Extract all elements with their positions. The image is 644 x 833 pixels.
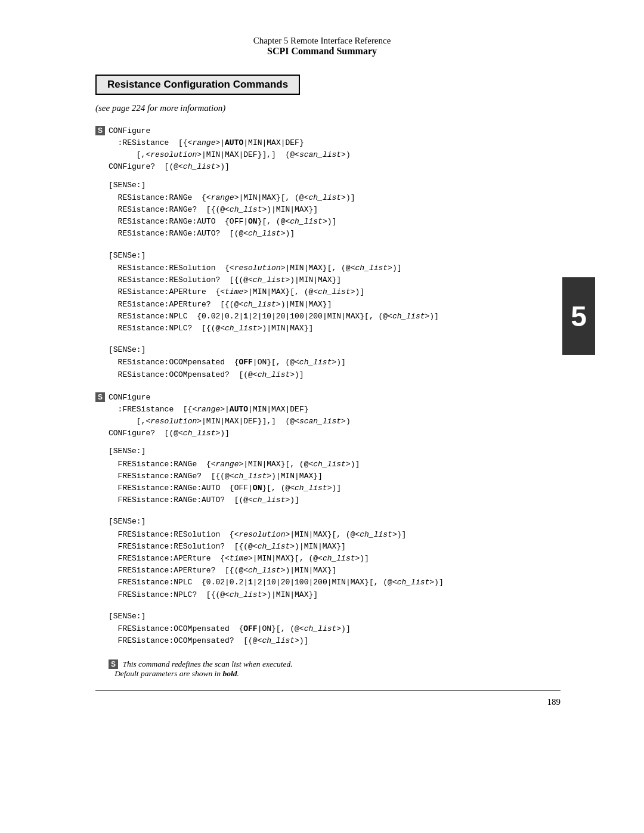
cmd-range1-auto-q: RESistance:RANGe:AUTO? [(@<ch_list>)] (109, 228, 561, 240)
content-area: S CONFigure :RESistance [{<range>|AUTO|M… (95, 125, 561, 679)
cmd-faper1: FRESistance:APERture {<time>|MIN|MAX}[, … (109, 553, 561, 565)
configure-section-1: S CONFigure :RESistance [{<range>|AUTO|M… (95, 125, 561, 174)
cmd-resolution: [,<resolution>|MIN|MAX|DEF}],] (@<scan_l… (109, 149, 351, 161)
cmd-configure2: CONFigure (109, 392, 351, 404)
cmd-fres1-q: FRESistance:RESolution? [{(@<ch_list>)|M… (109, 541, 561, 553)
chapter-title: Chapter 5 Remote Interface Reference (48, 36, 596, 46)
s-badge-2: S (95, 392, 105, 402)
sense-label-1c: [SENSe:] (109, 344, 561, 356)
command-block-2: S CONFigure :FRESistance [{<range>|AUTO|… (95, 392, 561, 648)
cmd-range1: RESistance:RANGe {<range>|MIN|MAX}[, (@<… (109, 192, 561, 204)
cmd-focom1: FRESistance:OCOMpensated {OFF|ON}[, (@<c… (109, 623, 561, 635)
sense-group-2a: FRESistance:RANGe {<range>|MIN|MAX}[, (@… (109, 459, 561, 507)
cmd-res1: RESistance:RESolution {<resolution>|MIN|… (109, 262, 561, 274)
sense-label-2a: [SENSe:] (109, 445, 561, 457)
sense-group-1c: RESistance:OCOMpensated {OFF|ON}[, (@<ch… (109, 357, 561, 380)
sense-label-1a: [SENSe:] (109, 179, 561, 191)
chapter-header: Chapter 5 Remote Interface Reference SCP… (48, 36, 596, 57)
cmd-nplc1-q: RESistance:NPLC? [{(@<ch_list>)|MIN|MAX}… (109, 323, 561, 335)
cmd-nplc1: RESistance:NPLC {0.02|0.2|1|2|10|20|100|… (109, 311, 561, 323)
cmd-aper1-q: RESistance:APERture? [{(@<ch_list>)|MIN|… (109, 299, 561, 311)
configure-commands-1: CONFigure :RESistance [{<range>|AUTO|MIN… (109, 125, 351, 174)
cmd-configure-query: CONFigure? [(@<ch_list>)] (109, 161, 351, 173)
section-box-wrapper: Resistance Configuration Commands (95, 75, 561, 103)
cmd-focom1-q: FRESistance:OCOMpensated? [(@<ch_list>)] (109, 635, 561, 647)
main-content: Resistance Configuration Commands (see p… (95, 75, 561, 707)
section-title-box: Resistance Configuration Commands (95, 75, 300, 95)
cmd-frange1-auto: FRESistance:RANGe:AUTO {OFF|ON}[, (@<ch_… (109, 482, 561, 494)
cmd-frange1-auto-q: FRESistance:RANGe:AUTO? [(@<ch_list>)] (109, 494, 561, 506)
cmd-ocom1-q: RESistance:OCOMpensated? [(@<ch_list>)] (109, 369, 561, 381)
cmd-fnplc1-q: FRESistance:NPLC? [{(@<ch_list>)|MIN|MAX… (109, 589, 561, 601)
cmd-configure2-query: CONFigure? [(@<ch_list>)] (109, 428, 351, 439)
cmd-faper1-q: FRESistance:APERture? [{(@<ch_list>)|MIN… (109, 565, 561, 577)
side-tab: 5 (562, 277, 595, 355)
bottom-note-bold: bold (223, 669, 237, 678)
s-badge-note: S (109, 659, 118, 669)
see-page-note: (see page 224 for more information) (95, 103, 561, 113)
scpi-subtitle: SCPI Command Summary (48, 46, 596, 57)
cmd-fresolution: [,<resolution>|MIN|MAX|DEF}],] (@<scan_l… (109, 416, 351, 428)
cmd-ocom1: RESistance:OCOMpensated {OFF|ON}[, (@<ch… (109, 357, 561, 368)
sense-group-1b: RESistance:RESolution {<resolution>|MIN|… (109, 262, 561, 335)
s-badge-1: S (95, 126, 105, 135)
cmd-range1-q: RESistance:RANGe? [{(@<ch_list>)|MIN|MAX… (109, 204, 561, 216)
sense-group-1a: RESistance:RANGe {<range>|MIN|MAX}[, (@<… (109, 192, 561, 240)
cmd-resistance: :RESistance [{<range>|AUTO|MIN|MAX|DEF} (109, 137, 351, 149)
cmd-fnplc1: FRESistance:NPLC {0.02|0.2|1|2|10|20|100… (109, 577, 561, 589)
bottom-note-line1: This command redefines the scan list whe… (122, 659, 292, 668)
page-number: 189 (95, 697, 561, 707)
bottom-note-line2-prefix: Default parameters are shown in (114, 669, 222, 678)
page-divider (95, 690, 561, 691)
configure-commands-2: CONFigure :FRESistance [{<range>|AUTO|MI… (109, 392, 351, 440)
page: Chapter 5 Remote Interface Reference SCP… (0, 0, 644, 833)
cmd-frange1: FRESistance:RANGe {<range>|MIN|MAX}[, (@… (109, 459, 561, 470)
sense-group-2c: FRESistance:OCOMpensated {OFF|ON}[, (@<c… (109, 623, 561, 647)
cmd-frange1-q: FRESistance:RANGe? [{(@<ch_list>)|MIN|MA… (109, 470, 561, 482)
cmd-aper1: RESistance:APERture {<time>|MIN|MAX}[, (… (109, 286, 561, 298)
cmd-configure: CONFigure (109, 125, 351, 137)
cmd-fresistance: :FRESistance [{<range>|AUTO|MIN|MAX|DEF} (109, 404, 351, 416)
configure-section-2: S CONFigure :FRESistance [{<range>|AUTO|… (95, 392, 561, 440)
sense-label-2b: [SENSe:] (109, 516, 561, 528)
sense-group-2b: FRESistance:RESolution {<resolution>|MIN… (109, 529, 561, 601)
sense-label-2c: [SENSe:] (109, 611, 561, 623)
command-block-1: S CONFigure :RESistance [{<range>|AUTO|M… (95, 125, 561, 381)
sense-label-1b: [SENSe:] (109, 250, 561, 262)
bottom-note: S This command redefines the scan list w… (109, 659, 561, 679)
cmd-res1-q: RESistance:RESolution? [{(@<ch_list>)|MI… (109, 274, 561, 286)
cmd-fres1: FRESistance:RESolution {<resolution>|MIN… (109, 529, 561, 541)
cmd-range1-auto: RESistance:RANGe:AUTO {OFF|ON}[, (@<ch_l… (109, 216, 561, 228)
